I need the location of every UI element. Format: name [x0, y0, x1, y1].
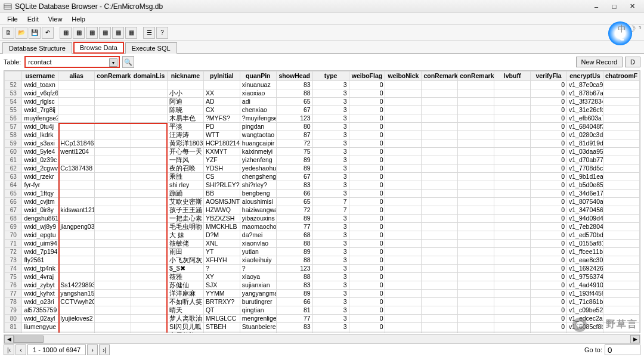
table-row[interactable]: 66wxid_cvjtm艾欧史密斯AOSMSJNTaioushimisi6570…: [5, 198, 640, 206]
table-row[interactable]: 77wxid_kyhxtyangshan152洋洋麻麻YYMMyangyangm…: [5, 290, 640, 298]
tool-new[interactable]: 🗎: [2, 27, 14, 39]
delete-record-button[interactable]: D: [625, 57, 640, 67]
goto-input[interactable]: [605, 344, 640, 355]
tool-table1[interactable]: ▦: [60, 27, 72, 39]
watermark-text: 野草言: [606, 318, 638, 331]
tool-open[interactable]: 📂: [16, 27, 27, 39]
table-row[interactable]: 78wxid_o23riCCTVwyh2015不如听人笑BRTRXY?burut…: [5, 298, 640, 306]
col-encryptUs[interactable]: encryptUs: [567, 72, 603, 81]
table-row[interactable]: 64fyr-fyrshi rleySHI?RLEY?shi?rley?83300…: [5, 181, 640, 190]
table-row[interactable]: 53wxid_v6qfz6小小XXxiaoxiao88300v1_878b67a…: [5, 89, 640, 98]
tool-help[interactable]: ?: [156, 27, 168, 39]
tool-table5[interactable]: ▦: [112, 27, 124, 39]
table-row[interactable]: 70wxid_epgtu大 妹D?Mda?mei68300v1_ed570bdf: [5, 231, 640, 240]
col-domainLis[interactable]: domainLis: [131, 72, 168, 81]
menu-help[interactable]: Help: [67, 14, 90, 24]
table-row[interactable]: 73fly2561小飞灰阿灰XFHYHxiaofeihuiy88300v1_ea…: [5, 256, 640, 265]
table-row[interactable]: 79al57355759晴天QTqingtian81300v1_c09be521: [5, 306, 640, 315]
close-button[interactable]: ✕: [624, 1, 640, 12]
col-weiboFlag[interactable]: weiboFlag: [349, 72, 385, 81]
tool-log[interactable]: ☰: [143, 27, 155, 39]
table-row[interactable]: 61wxid_0z39c一阵风YZFyizhenfeng89300v1_d70a…: [5, 156, 640, 164]
menu-view[interactable]: View: [44, 14, 67, 24]
tool-table2[interactable]: ▦: [73, 27, 85, 39]
col-username[interactable]: username: [22, 72, 58, 81]
svg-rect-0: [4, 4, 11, 9]
col-verifyFla[interactable]: verifyFla: [531, 72, 567, 81]
table-row[interactable]: 59wxid_s3axiHCp13184620黄彩洋1803HCP1802147…: [5, 139, 640, 148]
tool-table3[interactable]: ▦: [86, 27, 98, 39]
theme-indicator: 中 ☽ ᵌ: [618, 24, 642, 35]
toolbar: 🗎 📂 💾 ↶ ▦ ▦ ▦ ▦ ▦ ▦ ☰ ?: [0, 25, 644, 41]
menu-edit[interactable]: Edit: [23, 14, 44, 24]
table-combo-value: rcontact: [28, 58, 51, 66]
col-lvbuff[interactable]: lvbuff: [494, 72, 531, 81]
nav-prev-button[interactable]: ‹: [16, 344, 26, 355]
col-showHead[interactable]: showHead: [276, 72, 312, 81]
maximize-button[interactable]: □: [606, 1, 623, 12]
tab-execute-sql[interactable]: Execute SQL: [125, 42, 177, 54]
nav-last-button[interactable]: ›|: [99, 344, 110, 355]
col-pyInitial[interactable]: pyInitial: [203, 72, 240, 81]
nav-next-button[interactable]: ›: [87, 344, 98, 355]
app-icon: [4, 2, 12, 11]
table-row[interactable]: 57wxid_0tu4j平淡PDpingdan80300v1_684048f3: [5, 123, 640, 131]
search-button[interactable]: 🔍: [122, 56, 134, 68]
combo-arrow-icon[interactable]: ▾: [109, 58, 117, 67]
col-chatroomF[interactable]: chatroomF: [603, 72, 639, 81]
table-row[interactable]: 54wxid_rlglsc阿迪ADadi65300v1_3f372834: [5, 98, 640, 106]
table-row[interactable]: 75wxid_4vraj筱雅XYxiaoya88300v1_97563740: [5, 273, 640, 281]
col-conRemark[interactable]: conRemark: [458, 72, 494, 81]
table-row[interactable]: 62wxid_2cgwvCc1387438夜的召唤YDSHyedeshaohua…: [5, 164, 640, 173]
table-row[interactable]: 76wxid_zybytSs142298935苏健仙SJXsujianxian8…: [5, 281, 640, 290]
table-row[interactable]: 58wxid_lkdrk汪涛涛WTTwangtaotao87300v1_0280…: [5, 131, 640, 139]
tool-revert[interactable]: ↶: [42, 27, 54, 39]
tab-browse-data[interactable]: Browse Data: [73, 42, 124, 54]
tool-table6[interactable]: ▦: [125, 27, 137, 39]
menu-bar: File Edit View Help: [0, 13, 644, 25]
col-type[interactable]: type: [312, 72, 349, 81]
table-label: Table:: [4, 58, 21, 66]
nav-range: 1 - 1000 of 6947: [27, 344, 86, 355]
scroll-left-icon[interactable]: ◀: [4, 335, 14, 343]
col-quanPin[interactable]: quanPin: [240, 72, 276, 81]
tool-table4[interactable]: ▦: [99, 27, 111, 39]
table-row[interactable]: 72wxid_7p194雨田YTyutian89300v1_ffcee11b: [5, 248, 640, 256]
nav-first-button[interactable]: |‹: [4, 344, 14, 355]
table-row[interactable]: 67wxid_0ir8ykidswant121孩子王王涵HZWWQhaiziwa…: [5, 206, 640, 215]
tool-save[interactable]: 💾: [29, 27, 41, 39]
tab-database-structure[interactable]: Database Structure: [2, 42, 72, 54]
new-record-button[interactable]: New Record: [576, 57, 623, 67]
window-title: SQLite Database Browser - C:/EnMicroMsg.…: [15, 2, 587, 11]
table-row[interactable]: 68dengshu861一把走心素YBZXZSHyibazouxins89300…: [5, 215, 640, 223]
table-row[interactable]: 74wxid_tp4nk$_$✖??123300v1_16924267: [5, 265, 640, 273]
col-alias[interactable]: alias: [58, 72, 95, 81]
table-row[interactable]: 69wxid_wj8y9jiangpeng03毛毛虫明吻MMCKHLBmaoma…: [5, 223, 640, 231]
col-nickname[interactable]: nickname: [168, 72, 204, 81]
table-row[interactable]: 56muyifengse2木易丰色?MYFS??muyifengse123300…: [5, 114, 640, 123]
col-conRemark[interactable]: conRemark: [422, 72, 458, 81]
table-row[interactable]: 55wxid_7rg8ij陈晓CXchenxiao67300v1_31e26cf…: [5, 106, 640, 114]
table-row[interactable]: 63wxid_rzekr乘胜CSchengsheng67300v1_9b1d1e…: [5, 173, 640, 181]
menu-file[interactable]: File: [2, 14, 23, 24]
scroll-thumb[interactable]: [14, 336, 44, 343]
scroll-right-icon[interactable]: ▶: [630, 335, 640, 343]
col-weiboNick[interactable]: weiboNick: [385, 72, 422, 81]
table-row[interactable]: 52wxid_toaxnxinuanuaz83300v1_87e0ca98: [5, 81, 640, 89]
table-row[interactable]: 71wxid_uim94筱敏佬XNLxiaonvlao88300v1_0155a…: [5, 240, 640, 248]
table-combo[interactable]: rcontact ▾: [24, 56, 120, 68]
minimize-button[interactable]: –: [588, 1, 605, 12]
wechat-watermark-icon: 💬: [572, 318, 587, 332]
table-row[interactable]: 80wxid_02ayllyujieloves2梦人离歌油MRLGLCCmeng…: [5, 315, 640, 323]
table-row[interactable]: 81liumengyueSI闪贝儿呱STBEHStuanbeiere83300v…: [5, 323, 640, 331]
table-row[interactable]: 82wxid_um8407宝贝外婆BBWPbaobeiwaipc66300v1_…: [5, 331, 640, 334]
table-row[interactable]: 60wxid_5yle4wenti1204开心每一天KXMYTkaixinmei…: [5, 148, 640, 156]
goto-label: Go to:: [584, 346, 602, 353]
data-grid[interactable]: usernamealiasconRemarkdomainLisnicknamep…: [4, 70, 640, 333]
table-row[interactable]: 65wxid_1ftqy蹦蹦BBbengbeng66300v1_34d6e172: [5, 190, 640, 198]
view-tabs: Database Structure Browse Data Execute S…: [0, 41, 644, 54]
col-conRemark[interactable]: conRemark: [95, 72, 131, 81]
horizontal-scrollbar[interactable]: ◀ ▶: [4, 334, 640, 344]
